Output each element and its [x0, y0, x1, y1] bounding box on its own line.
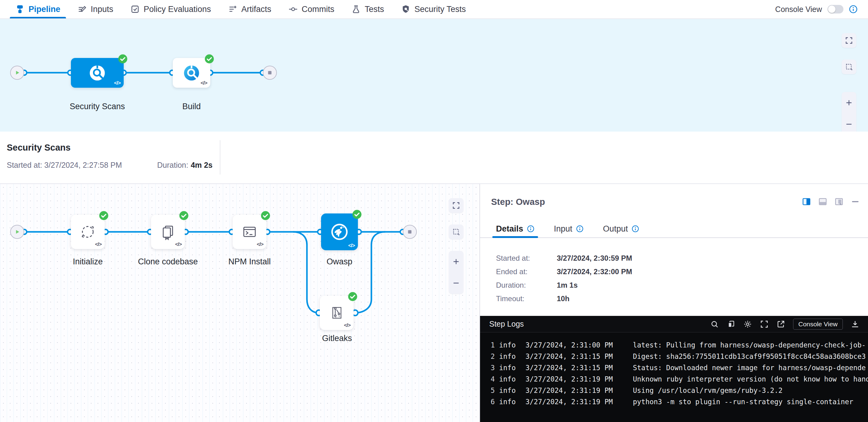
stage-start-node[interactable] — [10, 66, 24, 80]
code-glyph: </> — [200, 80, 207, 86]
info-icon — [632, 225, 639, 232]
stage-node-build[interactable]: </> — [173, 58, 210, 88]
tab-tests[interactable]: Tests — [343, 0, 393, 19]
step-canvas-select-button[interactable] — [449, 225, 463, 239]
step-graph-canvas[interactable]: </> Initialize </> Clone codebase — [0, 184, 479, 422]
detail-row-duration: Duration: 1m 1s — [496, 279, 632, 292]
divider — [220, 140, 220, 174]
layout-split-bottom-icon[interactable] — [818, 197, 827, 206]
code-glyph: </> — [348, 242, 355, 249]
duration-label: Duration: — [157, 161, 188, 169]
log-level: info — [499, 375, 521, 383]
fullscreen-icon — [845, 36, 853, 44]
tab-policy-evaluations[interactable]: Policy Evaluations — [122, 0, 219, 19]
open-external-icon[interactable] — [777, 320, 785, 328]
step-details-list: Started at: 3/27/2024, 2:30:59 PM Ended … — [496, 252, 632, 305]
tab-inputs[interactable]: Inputs — [69, 0, 122, 19]
log-line-number: 5 — [480, 386, 495, 394]
success-check-badge — [118, 54, 128, 64]
code-glyph: </> — [175, 241, 182, 248]
policy-evaluations-icon — [130, 5, 140, 14]
code-glyph: </> — [95, 241, 102, 248]
step-start-node[interactable] — [10, 225, 24, 239]
stage-canvas-fullscreen-button[interactable] — [842, 33, 856, 48]
stage-info-title: Security Scans — [7, 142, 71, 153]
console-view-toggle[interactable] — [828, 5, 843, 13]
tab-artifacts[interactable]: Artifacts — [219, 0, 280, 19]
code-glyph: </> — [344, 322, 350, 328]
step-panel-title: Step: Owasp — [491, 197, 545, 207]
detail-label: Ended at: — [496, 267, 557, 276]
step-panel-tabs: Details Input Output — [480, 220, 868, 238]
owasp-icon — [329, 222, 350, 242]
tab-security-tests[interactable]: Security Tests — [393, 0, 474, 19]
stage-canvas-select-button[interactable] — [842, 60, 856, 74]
log-line: 2info3/27/2024, 2:31:15 PMDigest: sha256… — [480, 351, 868, 362]
log-timestamp: 3/27/2024, 2:31:19 PM — [525, 398, 624, 406]
success-check-badge — [352, 209, 362, 219]
tab-commits[interactable]: Commits — [280, 0, 343, 19]
step-end-node[interactable] — [403, 225, 417, 239]
tab-label: Policy Evaluations — [144, 5, 211, 14]
toggle-knob — [828, 5, 835, 13]
tab-label: Security Tests — [414, 5, 466, 14]
zoom-in-icon[interactable] — [452, 258, 460, 266]
zoom-out-icon[interactable] — [845, 120, 853, 128]
stage-graph-edges — [0, 19, 868, 132]
stage-canvas-zoom-controls — [842, 92, 856, 135]
layout-panel-icon[interactable] — [835, 197, 843, 206]
step-canvas-fullscreen-button[interactable] — [449, 198, 463, 213]
log-line-number: 4 — [480, 375, 495, 383]
info-icon[interactable] — [849, 5, 858, 13]
stage-started-at: Started at: 3/27/2024, 2:27:58 PM — [7, 161, 122, 170]
step-node-owasp[interactable]: </> — [321, 214, 358, 250]
step-label-npm-install: NPM Install — [228, 257, 271, 266]
fullscreen-icon — [452, 201, 460, 209]
zoom-out-icon[interactable] — [452, 279, 460, 287]
log-level: info — [499, 352, 521, 360]
fullscreen-icon[interactable] — [760, 320, 769, 328]
search-icon[interactable] — [710, 320, 719, 328]
npm-install-icon — [241, 223, 258, 240]
detail-value: 3/27/2024, 2:30:59 PM — [557, 254, 632, 262]
detail-value: 1m 1s — [557, 281, 578, 290]
marquee-select-icon — [452, 228, 460, 236]
log-level: info — [499, 386, 521, 394]
detail-value: 3/27/2024, 2:32:00 PM — [557, 267, 632, 276]
play-icon — [14, 228, 21, 235]
download-icon[interactable] — [851, 320, 859, 328]
step-node-npm-install[interactable]: </> — [232, 215, 267, 249]
step-logs-body[interactable]: 1info3/27/2024, 2:31:00 PMlatest: Pullin… — [480, 332, 868, 407]
stage-duration: Duration:4m 2s — [157, 161, 212, 170]
stage-node-security-scans[interactable]: </> — [71, 58, 124, 88]
step-node-clone-codebase[interactable]: </> — [151, 215, 185, 249]
detail-label: Timeout: — [496, 294, 557, 303]
log-timestamp: 3/27/2024, 2:31:00 PM — [525, 341, 624, 349]
top-nav: Pipeline Inputs Policy Evaluations — [0, 0, 868, 19]
step-label-owasp: Owasp — [327, 257, 352, 266]
tab-details[interactable]: Details — [496, 220, 534, 237]
step-label-clone-codebase: Clone codebase — [138, 257, 198, 266]
stage-info-bar: Security Scans Started at: 3/27/2024, 2:… — [0, 132, 868, 184]
step-node-gitleaks[interactable]: </> — [320, 296, 353, 330]
minimize-icon[interactable] — [851, 197, 859, 206]
console-view-button[interactable]: Console View — [793, 319, 843, 330]
tab-output[interactable]: Output — [603, 220, 639, 237]
log-line: 5info3/27/2024, 2:31:19 PMUsing /usr/loc… — [480, 385, 868, 396]
layout-split-right-icon[interactable] — [802, 197, 811, 206]
execution-tabs: Pipeline Inputs Policy Evaluations — [7, 0, 474, 19]
step-node-initialize[interactable]: </> — [71, 215, 105, 249]
detail-row-ended-at: Ended at: 3/27/2024, 2:32:00 PM — [496, 265, 632, 279]
info-icon — [527, 225, 534, 232]
tab-input[interactable]: Input — [554, 220, 584, 237]
detail-row-started-at: Started at: 3/27/2024, 2:30:59 PM — [496, 252, 632, 265]
settings-gear-icon[interactable] — [743, 320, 752, 328]
tab-pipeline[interactable]: Pipeline — [7, 0, 69, 19]
code-glyph: </> — [114, 80, 121, 86]
play-icon — [14, 69, 21, 76]
log-line: 1info3/27/2024, 2:31:00 PMlatest: Pullin… — [480, 339, 868, 351]
copy-icon[interactable] — [727, 320, 735, 328]
zoom-in-icon[interactable] — [845, 99, 853, 107]
stage-graph-canvas[interactable]: </> Security Scans </> Build — [0, 19, 868, 132]
stage-end-node[interactable] — [263, 66, 277, 80]
